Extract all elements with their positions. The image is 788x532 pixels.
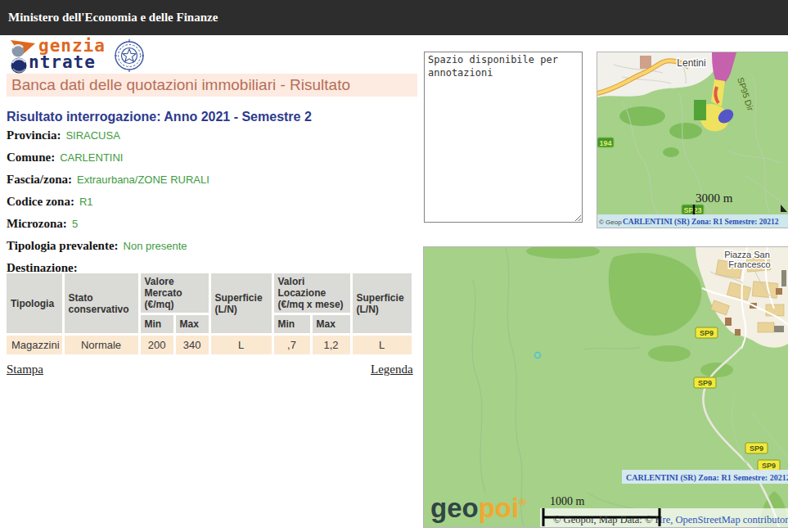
- geopoi-logo: geopoi®: [430, 493, 526, 523]
- cell-tipologia: Magazzini: [7, 336, 62, 354]
- col-valori-locazione: Valori Locazione (€/mq x mese): [274, 273, 350, 313]
- agenzia-entrate-logo: genzia ntrate: [8, 38, 147, 75]
- result-fields: Provincia:SIRACUSA Comune:CARLENTINI Fas…: [7, 128, 416, 282]
- col-valore-mercato: Valore Mercato (€/mq): [141, 273, 209, 313]
- page-title: Banca dati delle quotazioni immobiliari …: [7, 74, 417, 97]
- field-comune: Comune:CARLENTINI: [7, 150, 416, 172]
- road-badge-sp9-4: SP9: [758, 460, 780, 471]
- svg-text:194: 194: [599, 139, 611, 147]
- field-fascia-zona-label: Fascia/zona:: [7, 173, 72, 186]
- svg-text:SP23: SP23: [683, 206, 701, 214]
- svg-text:SP9: SP9: [700, 329, 714, 337]
- field-microzona-value: 5: [72, 218, 78, 230]
- field-microzona: Microzona:5: [7, 216, 416, 238]
- map-copyright: © Geop: [599, 219, 622, 226]
- field-tipologia-prevalente: Tipologia prevalente:Non presente: [7, 238, 416, 260]
- field-provincia: Provincia:SIRACUSA: [7, 128, 416, 150]
- cell-vm-min: 200: [141, 336, 173, 354]
- print-link[interactable]: Stampa: [7, 363, 43, 376]
- field-tipologia-prevalente-value: Non presente: [124, 240, 187, 252]
- road-badge-sp9-1: SP9: [696, 327, 718, 338]
- map-attribution: © Geopoi, Map Data: © Hre, OpenStreetMap…: [553, 514, 788, 525]
- field-provincia-label: Provincia:: [7, 128, 61, 142]
- republic-emblem-icon: [113, 38, 146, 74]
- map-zone-strip: © Geop CARLENTINI (SR) Zona: R1 Semestre…: [597, 214, 788, 228]
- map-place-label: Piazza San Francesco: [724, 250, 771, 269]
- cell-vl-max: 1,2: [313, 336, 350, 354]
- table-header-row-1: Tipologia Stato conservativo Valore Merc…: [7, 273, 412, 313]
- col-superficie-2: Superficie (L/N): [353, 273, 412, 333]
- svg-text:SP9: SP9: [698, 379, 712, 387]
- table-row: Magazzini Normale 200 340 L ,7 1,2 L: [7, 336, 412, 354]
- col-vm-min: Min: [141, 315, 173, 333]
- svg-text:3000 m: 3000 m: [696, 192, 733, 205]
- svg-text:1000 m: 1000 m: [550, 495, 585, 507]
- annotations-textarea[interactable]: Spazio disponibile per annotazioni: [424, 52, 583, 223]
- field-codice-zona-label: Codice zona:: [7, 195, 74, 208]
- cell-vm-max: 340: [176, 336, 209, 354]
- svg-text:CARLENTINI (SR) Zona: R1 Semes: CARLENTINI (SR) Zona: R1 Semestre: 20212: [626, 473, 788, 483]
- quotations-table: Tipologia Stato conservativo Valore Merc…: [4, 271, 414, 357]
- ministry-bar: Ministero dell'Economia e delle Finanze: [0, 0, 788, 35]
- field-codice-zona-value: R1: [79, 196, 93, 208]
- map-zone-label: CARLENTINI (SR) Zona: R1 Semestre: 20212: [622, 470, 788, 484]
- result-heading: Risultato interrogazione: Anno 2021 - Se…: [7, 110, 312, 124]
- field-comune-value: CARLENTINI: [60, 151, 123, 164]
- cell-vl-min: ,7: [274, 336, 310, 354]
- cell-superficie-2: L: [353, 336, 412, 354]
- field-microzona-label: Microzona:: [7, 217, 67, 230]
- col-superficie-1: Superficie (L/N): [211, 273, 272, 333]
- svg-text:Piazza San: Piazza San: [724, 250, 770, 259]
- zone-map: Piazza San Francesco SP9 SP9 SP9 SP9: [423, 246, 788, 528]
- col-vl-max: Max: [313, 315, 350, 333]
- cell-superficie-1: L: [211, 336, 272, 354]
- field-comune-label: Comune:: [7, 151, 55, 164]
- col-vm-max: Max: [176, 315, 209, 333]
- legend-link[interactable]: Legenda: [371, 363, 413, 376]
- svg-text:Francesco: Francesco: [728, 259, 770, 269]
- field-fascia-zona-value: Extraurbana/ZONE RURALI: [77, 174, 209, 186]
- col-stato-conservativo: Stato conservativo: [65, 273, 138, 333]
- logo-word-entrate: ntrate: [29, 52, 96, 72]
- col-vl-min: Min: [274, 315, 310, 333]
- col-tipologia: Tipologia: [7, 273, 62, 333]
- road-badge-sp9-2: SP9: [694, 377, 716, 388]
- field-fascia-zona: Fascia/zona:Extraurbana/ZONE RURALI: [7, 172, 416, 194]
- svg-text:SP9: SP9: [762, 462, 776, 470]
- road-badge-sp23: SP23: [682, 205, 704, 214]
- field-tipologia-prevalente-label: Tipologia prevalente:: [7, 239, 119, 252]
- map-town-label: Lentini: [677, 57, 705, 69]
- cell-stato: Normale: [65, 336, 138, 354]
- map-zone-label: CARLENTINI (SR) Zona: R1 Semestre: 20212: [623, 218, 779, 227]
- field-codice-zona: Codice zona:R1: [7, 194, 416, 216]
- page: Ministero dell'Economia e delle Finanze …: [0, 0, 788, 532]
- road-badge-sp9-3: SP9: [745, 443, 768, 453]
- svg-text:SP9: SP9: [750, 444, 763, 453]
- field-provincia-value: SIRACUSA: [65, 129, 119, 142]
- road-badge-194: 194: [597, 138, 614, 147]
- ministry-title: Ministero dell'Economia e delle Finanze: [8, 11, 218, 25]
- overview-map: Lentini SP95 Dir 194 SP23 3000 m © Geop …: [597, 52, 788, 228]
